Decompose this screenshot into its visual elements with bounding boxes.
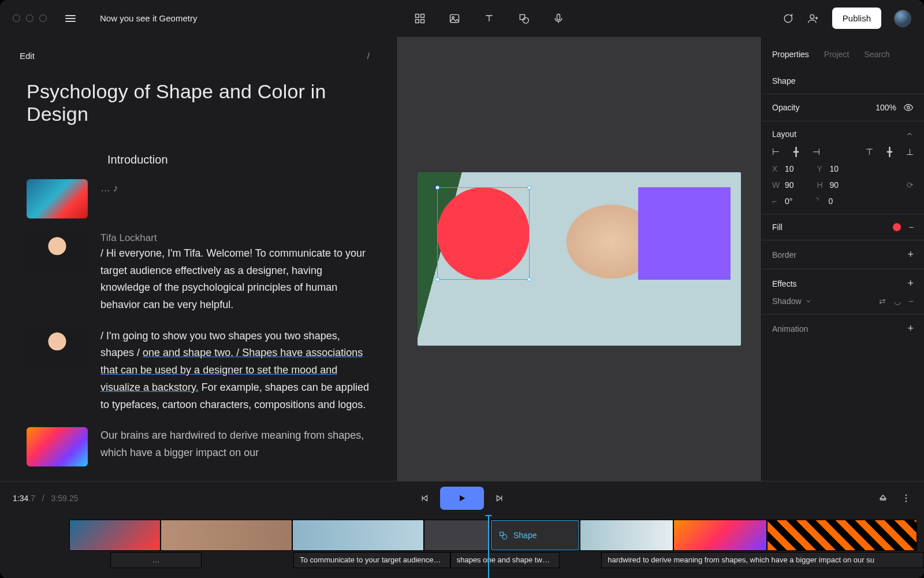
canvas-area[interactable] [396, 37, 761, 481]
caption-clip[interactable]: To communicate to your target audience… [293, 552, 450, 568]
edit-mode-label[interactable]: Edit [20, 51, 35, 61]
transcript-paragraph[interactable]: Our brains are hardwired to derive meani… [100, 427, 373, 461]
prev-button[interactable] [419, 493, 430, 503]
caption-track: … To communicate to your target audience… [69, 552, 924, 568]
transcript-paragraph[interactable]: / I'm going to show you two shapes you t… [100, 328, 373, 413]
script-row: Our brains are hardwired to derive meani… [27, 427, 373, 466]
fill-color-swatch[interactable] [893, 223, 901, 231]
clip-thumbnail[interactable] [27, 328, 88, 367]
transcript-paragraph[interactable]: / Hi everyone, I'm Tifa. Welcome! To com… [100, 245, 373, 314]
y-value[interactable]: 10 [830, 164, 839, 173]
shape-icon[interactable] [517, 12, 530, 25]
purple-square-shape[interactable] [638, 187, 731, 280]
comment-icon[interactable] [781, 12, 794, 25]
timeline-clip[interactable] [69, 520, 161, 551]
script-panel: Edit / Psychology of Shape and Color in … [0, 37, 396, 481]
tab-properties[interactable]: Properties [772, 50, 809, 59]
eject-icon[interactable] [878, 493, 888, 503]
resize-handle[interactable] [527, 186, 531, 190]
add-effect-icon[interactable]: + [907, 277, 914, 290]
resize-handle[interactable] [527, 277, 531, 281]
image-icon[interactable] [448, 12, 461, 25]
total-time: 3:59 [51, 494, 67, 503]
timeline-clip[interactable] [292, 520, 424, 551]
playhead-line[interactable] [488, 515, 489, 578]
timecode: 1:34.7 / 3:59.25 [13, 494, 78, 503]
timeline-clip[interactable] [673, 520, 767, 551]
opacity-value[interactable]: 100% [875, 103, 896, 112]
tab-search[interactable]: Search [864, 50, 889, 59]
effect-hidden-icon[interactable]: ◡ [894, 297, 901, 306]
panel-tabs: Properties Project Search [762, 37, 924, 68]
intro-meta: … ♪ [100, 179, 373, 198]
rotation-value[interactable]: 0° [785, 197, 792, 206]
hamburger-menu[interactable] [65, 13, 76, 24]
caption-clip[interactable]: hardwired to derive meaning from shapes,… [601, 552, 924, 568]
svg-point-10 [907, 106, 910, 109]
visibility-icon[interactable] [903, 102, 914, 113]
clip-thumbnail[interactable] [27, 232, 88, 272]
user-avatar[interactable] [894, 10, 911, 27]
shape-clip[interactable]: Shape [490, 520, 580, 551]
script-row: Tifa Lockhart / Hi everyone, I'm Tifa. W… [27, 232, 373, 314]
close-dot[interactable] [13, 14, 20, 22]
clip-thumbnail[interactable] [27, 427, 88, 466]
selection-box[interactable] [437, 187, 530, 280]
shape-clip-label: Shape [513, 531, 536, 540]
document-title[interactable]: Now you see it Geometry [100, 13, 197, 23]
next-button[interactable] [494, 493, 505, 503]
x-value[interactable]: 10 [785, 164, 794, 173]
main-area: Edit / Psychology of Shape and Color in … [0, 37, 924, 481]
caption-clip[interactable]: … [110, 552, 202, 568]
svg-point-15 [502, 535, 507, 539]
resize-handle[interactable] [435, 277, 439, 281]
total-time-frac: .25 [67, 494, 78, 503]
x-label: X [772, 164, 780, 173]
add-animation-icon[interactable]: + [907, 323, 914, 335]
page-title[interactable]: Psychology of Shape and Color in Design [27, 80, 373, 125]
mic-icon[interactable] [552, 12, 565, 25]
minimize-dot[interactable] [26, 14, 33, 22]
resize-handle[interactable] [435, 186, 439, 190]
shadow-label[interactable]: Shadow [772, 297, 802, 306]
video-track: Shape [69, 520, 924, 551]
tracks[interactable]: Shape … To communicate to your target au… [0, 515, 924, 578]
w-value[interactable]: 90 [785, 180, 794, 190]
remove-effect-icon[interactable]: − [909, 297, 914, 306]
timeline-clip[interactable] [161, 520, 292, 551]
tab-project[interactable]: Project [824, 50, 850, 59]
h-value[interactable]: 90 [830, 180, 839, 190]
collapse-icon[interactable] [906, 130, 914, 138]
transport-bar: 1:34.7 / 3:59.25 [0, 481, 924, 515]
svg-rect-4 [450, 14, 459, 22]
align-bottom-icon[interactable]: ⊥ [906, 147, 914, 157]
remove-fill-icon[interactable]: − [909, 223, 914, 232]
align-left-icon[interactable]: ⊢ [772, 147, 780, 157]
clip-thumbnail[interactable] [27, 179, 88, 218]
play-button[interactable] [440, 487, 484, 510]
align-top-icon[interactable]: ⊤ [866, 147, 873, 157]
timeline-clip[interactable] [580, 520, 673, 551]
publish-button[interactable]: Publish [832, 8, 881, 29]
caption-clip[interactable]: shapes one and shape two…. [450, 552, 560, 568]
timeline-clip[interactable] [424, 520, 490, 551]
align-center-h-icon[interactable]: ╋ [793, 147, 799, 157]
text-icon[interactable] [483, 12, 495, 25]
timeline-clip[interactable] [767, 520, 917, 551]
more-icon[interactable] [901, 493, 911, 503]
add-border-icon[interactable]: + [907, 249, 914, 261]
radius-value[interactable]: 0 [828, 197, 833, 206]
chevron-down-icon[interactable] [805, 298, 812, 305]
video-frame[interactable] [418, 172, 741, 346]
link-dimensions-icon[interactable]: ⟳ [907, 180, 914, 190]
fill-label: Fill [772, 223, 783, 232]
border-label: Border [772, 250, 796, 260]
svg-rect-1 [421, 14, 424, 17]
add-user-icon[interactable] [807, 12, 819, 25]
align-right-icon[interactable]: ⊣ [813, 147, 820, 157]
zoom-dot[interactable] [39, 14, 47, 22]
section-heading[interactable]: Introduction [27, 153, 373, 166]
align-center-v-icon[interactable]: ╋ [887, 147, 892, 157]
effect-settings-icon[interactable]: ⇄ [879, 297, 886, 306]
grid-icon[interactable] [413, 12, 426, 25]
